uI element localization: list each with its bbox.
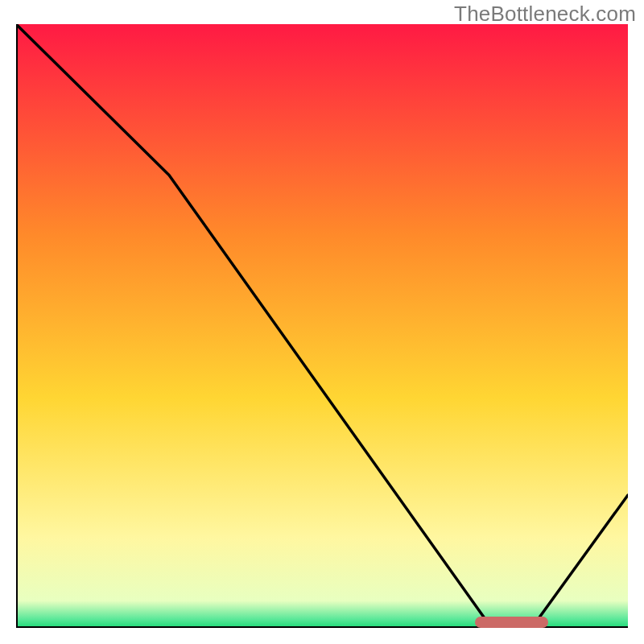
plot-area: [16, 24, 628, 628]
plot-svg: [16, 24, 628, 628]
chart-root: TheBottleneck.com: [0, 0, 644, 644]
optimal-range-marker: [475, 617, 548, 628]
watermark-text: TheBottleneck.com: [454, 2, 636, 27]
